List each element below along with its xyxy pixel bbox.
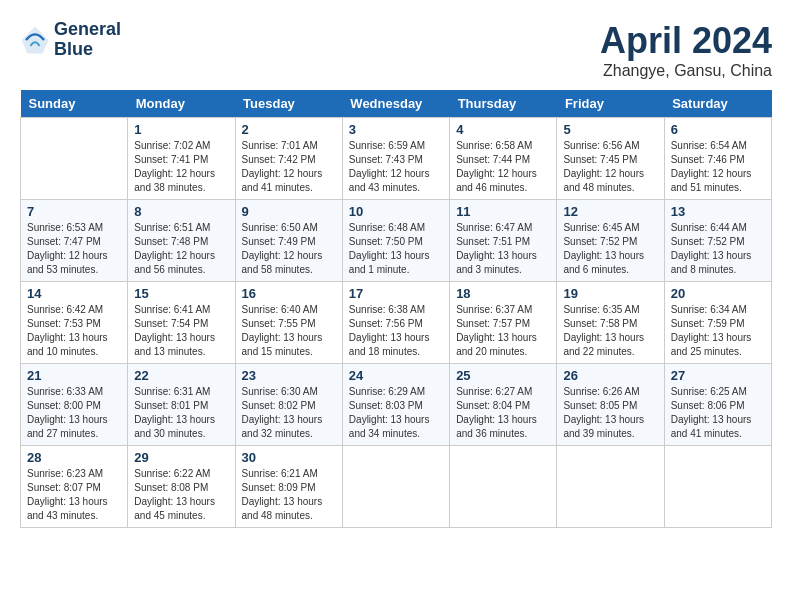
day-number: 5	[563, 122, 657, 137]
day-info: Sunrise: 6:34 AM Sunset: 7:59 PM Dayligh…	[671, 303, 765, 359]
day-info: Sunrise: 6:59 AM Sunset: 7:43 PM Dayligh…	[349, 139, 443, 195]
day-info: Sunrise: 6:31 AM Sunset: 8:01 PM Dayligh…	[134, 385, 228, 441]
day-info: Sunrise: 6:22 AM Sunset: 8:08 PM Dayligh…	[134, 467, 228, 523]
calendar-title: April 2024	[600, 20, 772, 62]
day-number: 7	[27, 204, 121, 219]
day-number: 19	[563, 286, 657, 301]
calendar-cell: 18Sunrise: 6:37 AM Sunset: 7:57 PM Dayli…	[450, 282, 557, 364]
calendar-cell: 28Sunrise: 6:23 AM Sunset: 8:07 PM Dayli…	[21, 446, 128, 528]
day-info: Sunrise: 6:26 AM Sunset: 8:05 PM Dayligh…	[563, 385, 657, 441]
calendar-cell: 30Sunrise: 6:21 AM Sunset: 8:09 PM Dayli…	[235, 446, 342, 528]
logo-text: General Blue	[54, 20, 121, 60]
calendar-cell: 11Sunrise: 6:47 AM Sunset: 7:51 PM Dayli…	[450, 200, 557, 282]
day-number: 24	[349, 368, 443, 383]
calendar-cell: 3Sunrise: 6:59 AM Sunset: 7:43 PM Daylig…	[342, 118, 449, 200]
day-number: 13	[671, 204, 765, 219]
column-header-tuesday: Tuesday	[235, 90, 342, 118]
calendar-cell: 12Sunrise: 6:45 AM Sunset: 7:52 PM Dayli…	[557, 200, 664, 282]
day-number: 17	[349, 286, 443, 301]
day-info: Sunrise: 6:44 AM Sunset: 7:52 PM Dayligh…	[671, 221, 765, 277]
calendar-cell: 23Sunrise: 6:30 AM Sunset: 8:02 PM Dayli…	[235, 364, 342, 446]
week-row-1: 1Sunrise: 7:02 AM Sunset: 7:41 PM Daylig…	[21, 118, 772, 200]
generalblue-logo-icon	[20, 25, 50, 55]
day-info: Sunrise: 6:58 AM Sunset: 7:44 PM Dayligh…	[456, 139, 550, 195]
day-number: 28	[27, 450, 121, 465]
day-number: 26	[563, 368, 657, 383]
day-info: Sunrise: 6:30 AM Sunset: 8:02 PM Dayligh…	[242, 385, 336, 441]
logo: General Blue	[20, 20, 121, 60]
calendar-cell: 27Sunrise: 6:25 AM Sunset: 8:06 PM Dayli…	[664, 364, 771, 446]
day-info: Sunrise: 6:48 AM Sunset: 7:50 PM Dayligh…	[349, 221, 443, 277]
column-header-wednesday: Wednesday	[342, 90, 449, 118]
calendar-cell: 9Sunrise: 6:50 AM Sunset: 7:49 PM Daylig…	[235, 200, 342, 282]
calendar-cell: 24Sunrise: 6:29 AM Sunset: 8:03 PM Dayli…	[342, 364, 449, 446]
day-number: 20	[671, 286, 765, 301]
day-number: 3	[349, 122, 443, 137]
column-header-sunday: Sunday	[21, 90, 128, 118]
day-number: 15	[134, 286, 228, 301]
column-header-monday: Monday	[128, 90, 235, 118]
calendar-cell: 17Sunrise: 6:38 AM Sunset: 7:56 PM Dayli…	[342, 282, 449, 364]
day-info: Sunrise: 6:42 AM Sunset: 7:53 PM Dayligh…	[27, 303, 121, 359]
day-number: 27	[671, 368, 765, 383]
day-number: 2	[242, 122, 336, 137]
header: General Blue April 2024 Zhangye, Gansu, …	[20, 20, 772, 80]
day-info: Sunrise: 7:02 AM Sunset: 7:41 PM Dayligh…	[134, 139, 228, 195]
day-number: 8	[134, 204, 228, 219]
title-area: April 2024 Zhangye, Gansu, China	[600, 20, 772, 80]
day-info: Sunrise: 6:41 AM Sunset: 7:54 PM Dayligh…	[134, 303, 228, 359]
day-number: 14	[27, 286, 121, 301]
day-info: Sunrise: 6:47 AM Sunset: 7:51 PM Dayligh…	[456, 221, 550, 277]
calendar-cell: 7Sunrise: 6:53 AM Sunset: 7:47 PM Daylig…	[21, 200, 128, 282]
day-number: 21	[27, 368, 121, 383]
calendar-cell: 25Sunrise: 6:27 AM Sunset: 8:04 PM Dayli…	[450, 364, 557, 446]
day-info: Sunrise: 6:23 AM Sunset: 8:07 PM Dayligh…	[27, 467, 121, 523]
day-info: Sunrise: 6:38 AM Sunset: 7:56 PM Dayligh…	[349, 303, 443, 359]
day-number: 30	[242, 450, 336, 465]
calendar-cell: 5Sunrise: 6:56 AM Sunset: 7:45 PM Daylig…	[557, 118, 664, 200]
day-info: Sunrise: 7:01 AM Sunset: 7:42 PM Dayligh…	[242, 139, 336, 195]
calendar-cell	[21, 118, 128, 200]
calendar-cell: 14Sunrise: 6:42 AM Sunset: 7:53 PM Dayli…	[21, 282, 128, 364]
calendar-cell: 21Sunrise: 6:33 AM Sunset: 8:00 PM Dayli…	[21, 364, 128, 446]
day-info: Sunrise: 6:29 AM Sunset: 8:03 PM Dayligh…	[349, 385, 443, 441]
calendar-cell	[450, 446, 557, 528]
day-info: Sunrise: 6:37 AM Sunset: 7:57 PM Dayligh…	[456, 303, 550, 359]
day-number: 23	[242, 368, 336, 383]
day-info: Sunrise: 6:51 AM Sunset: 7:48 PM Dayligh…	[134, 221, 228, 277]
calendar-cell	[557, 446, 664, 528]
day-info: Sunrise: 6:21 AM Sunset: 8:09 PM Dayligh…	[242, 467, 336, 523]
column-header-saturday: Saturday	[664, 90, 771, 118]
day-number: 12	[563, 204, 657, 219]
calendar-cell: 6Sunrise: 6:54 AM Sunset: 7:46 PM Daylig…	[664, 118, 771, 200]
calendar-cell: 1Sunrise: 7:02 AM Sunset: 7:41 PM Daylig…	[128, 118, 235, 200]
calendar-cell: 26Sunrise: 6:26 AM Sunset: 8:05 PM Dayli…	[557, 364, 664, 446]
calendar-cell: 22Sunrise: 6:31 AM Sunset: 8:01 PM Dayli…	[128, 364, 235, 446]
week-row-4: 21Sunrise: 6:33 AM Sunset: 8:00 PM Dayli…	[21, 364, 772, 446]
day-number: 9	[242, 204, 336, 219]
calendar-cell	[342, 446, 449, 528]
day-number: 22	[134, 368, 228, 383]
day-number: 16	[242, 286, 336, 301]
svg-marker-0	[22, 26, 49, 53]
calendar-cell: 19Sunrise: 6:35 AM Sunset: 7:58 PM Dayli…	[557, 282, 664, 364]
day-number: 6	[671, 122, 765, 137]
column-header-thursday: Thursday	[450, 90, 557, 118]
day-info: Sunrise: 6:35 AM Sunset: 7:58 PM Dayligh…	[563, 303, 657, 359]
day-info: Sunrise: 6:25 AM Sunset: 8:06 PM Dayligh…	[671, 385, 765, 441]
calendar-cell: 4Sunrise: 6:58 AM Sunset: 7:44 PM Daylig…	[450, 118, 557, 200]
calendar-cell: 2Sunrise: 7:01 AM Sunset: 7:42 PM Daylig…	[235, 118, 342, 200]
calendar-cell	[664, 446, 771, 528]
day-number: 10	[349, 204, 443, 219]
column-header-friday: Friday	[557, 90, 664, 118]
day-number: 18	[456, 286, 550, 301]
day-info: Sunrise: 6:56 AM Sunset: 7:45 PM Dayligh…	[563, 139, 657, 195]
calendar-subtitle: Zhangye, Gansu, China	[600, 62, 772, 80]
day-info: Sunrise: 6:40 AM Sunset: 7:55 PM Dayligh…	[242, 303, 336, 359]
day-info: Sunrise: 6:50 AM Sunset: 7:49 PM Dayligh…	[242, 221, 336, 277]
day-number: 11	[456, 204, 550, 219]
day-info: Sunrise: 6:53 AM Sunset: 7:47 PM Dayligh…	[27, 221, 121, 277]
day-number: 4	[456, 122, 550, 137]
calendar-table: SundayMondayTuesdayWednesdayThursdayFrid…	[20, 90, 772, 528]
calendar-cell: 20Sunrise: 6:34 AM Sunset: 7:59 PM Dayli…	[664, 282, 771, 364]
